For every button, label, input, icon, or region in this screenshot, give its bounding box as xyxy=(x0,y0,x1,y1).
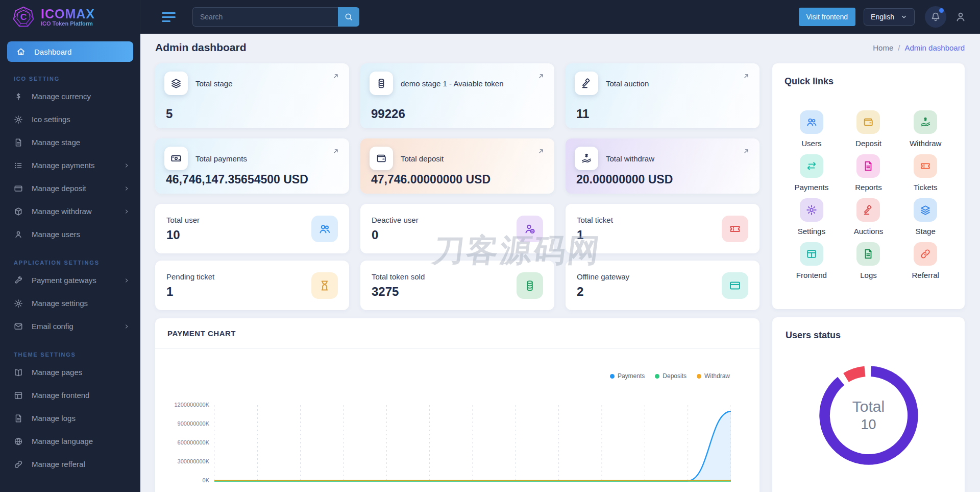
sidebar-item-ico-settings[interactable]: Ico settings xyxy=(0,108,140,131)
quick-link-label: Settings xyxy=(798,227,825,236)
ticket-icon xyxy=(729,223,741,235)
stat-icon-box xyxy=(722,272,748,299)
arrow-up-right-icon[interactable] xyxy=(537,147,545,155)
quick-link-frontend[interactable]: Frontend xyxy=(796,242,827,279)
quick-link-tile xyxy=(856,198,880,222)
quick-links-title: Quick links xyxy=(785,76,952,87)
sidebar-item-label: Manage settings xyxy=(32,299,88,308)
money-bill-icon xyxy=(170,153,182,164)
sidebar-item-label: Manage currency xyxy=(32,92,91,101)
sidebar-item-manage-withdraw[interactable]: Manage withdraw xyxy=(0,200,140,223)
quick-link-users[interactable]: Users xyxy=(800,110,823,148)
chevron-right-icon xyxy=(123,323,130,330)
stat-card-label: Total auction xyxy=(606,79,649,88)
quick-link-label: Tickets xyxy=(914,183,938,192)
link-icon xyxy=(920,248,931,260)
chevron-down-icon xyxy=(900,13,908,20)
sidebar-item-email-config[interactable]: Email config xyxy=(0,315,140,338)
sidebar-item-manage-frontend[interactable]: Manage frontend xyxy=(0,384,140,407)
quick-link-tickets[interactable]: Tickets xyxy=(914,154,938,192)
dollar-icon xyxy=(14,92,23,101)
sidebar-item-manage-users[interactable]: Manage users xyxy=(0,223,140,246)
stat-icon-box xyxy=(517,216,543,242)
credit-card-icon xyxy=(729,279,741,292)
stat-card-total-payments: Total payments 46,746,147.35654500 USD xyxy=(155,138,349,194)
arrow-up-right-icon[interactable] xyxy=(332,72,340,80)
arrow-up-right-icon[interactable] xyxy=(537,72,545,80)
stat-card-total-token-sold: Total token sold 3275 xyxy=(360,261,554,310)
legend-item-deposits[interactable]: Deposits xyxy=(655,372,687,380)
sidebar-item-manage-refferal[interactable]: Manage refferal xyxy=(0,453,140,476)
sidebar-item-dashboard[interactable]: Dashboard xyxy=(7,41,133,62)
sidebar-item-payment-gateways[interactable]: Payment gateways xyxy=(0,269,140,292)
search-input[interactable] xyxy=(192,7,338,27)
stat-icon-box xyxy=(311,216,338,242)
quick-link-label: Payments xyxy=(794,183,828,192)
sidebar-item-label: Payment gateways xyxy=(32,276,96,285)
quick-link-settings[interactable]: Settings xyxy=(798,198,825,236)
arrow-up-right-icon[interactable] xyxy=(742,147,750,155)
search-button[interactable] xyxy=(338,7,359,27)
y-tick: 600000000K xyxy=(178,439,209,446)
sidebar-section-theme-settings: THEME SETTINGS xyxy=(14,352,140,358)
link-icon xyxy=(14,460,23,469)
profile-button[interactable] xyxy=(954,11,967,23)
sidebar-item-manage-settings[interactable]: Manage settings xyxy=(0,292,140,315)
visit-frontend-button[interactable]: Visit frontend xyxy=(799,8,855,26)
sidebar-item-manage-pages[interactable]: Manage pages xyxy=(0,361,140,384)
stat-card-total-user: Total user 10 xyxy=(155,204,349,253)
quick-link-deposit[interactable]: Deposit xyxy=(855,110,881,148)
donut-center-label: Total xyxy=(852,398,885,415)
stat-card-value: 20.00000000 USD xyxy=(576,173,673,186)
book-icon xyxy=(14,368,23,377)
stat-card-value: 99226 xyxy=(371,107,405,121)
sidebar-item-label: Manage logs xyxy=(32,414,76,423)
arrow-up-right-icon[interactable] xyxy=(742,72,750,80)
stat-card-label: Pending ticket xyxy=(166,272,214,281)
file-icon xyxy=(14,138,23,147)
stat-icon-box xyxy=(164,147,188,170)
gear-icon xyxy=(806,204,817,216)
quick-link-label: Logs xyxy=(860,271,877,279)
menu-toggle-button[interactable] xyxy=(162,12,176,22)
sidebar: Dashboard ICO SETTING Manage currency Ic… xyxy=(0,34,140,492)
quick-link-tile xyxy=(914,110,937,134)
brand-tagline: ICO Token Platform xyxy=(41,20,95,27)
user-icon xyxy=(14,230,23,239)
sidebar-item-manage-deposit[interactable]: Manage deposit xyxy=(0,177,140,200)
quick-link-reports[interactable]: Reports xyxy=(855,154,882,192)
sidebar-section-ico-setting: ICO SETTING xyxy=(14,76,140,82)
sidebar-item-manage-payments[interactable]: Manage payments xyxy=(0,154,140,177)
quick-link-withdraw[interactable]: Withdraw xyxy=(910,110,942,148)
sidebar-item-manage-language[interactable]: Manage language xyxy=(0,430,140,453)
layout-icon xyxy=(14,391,23,400)
payment-chart-card: PAYMENT CHART Payments Deposits Withd xyxy=(155,318,760,492)
sidebar-item-manage-logs[interactable]: Manage logs xyxy=(0,407,140,430)
quick-link-logs[interactable]: Logs xyxy=(856,242,880,279)
quick-link-stage[interactable]: Stage xyxy=(914,198,937,236)
users-icon xyxy=(318,223,331,235)
notifications-button[interactable] xyxy=(925,6,946,28)
quick-link-auctions[interactable]: Auctions xyxy=(854,198,884,236)
sidebar-item-label: Manage refferal xyxy=(32,460,85,468)
quick-link-tile xyxy=(914,198,937,222)
chart-plot-area xyxy=(214,405,731,482)
legend-item-payments[interactable]: Payments xyxy=(610,372,645,380)
language-dropdown[interactable]: English xyxy=(864,8,915,26)
stat-card-total-ticket: Total ticket 1 xyxy=(566,204,760,253)
quick-link-label: Stage xyxy=(916,227,936,236)
quick-link-payments[interactable]: Payments xyxy=(794,154,828,192)
quick-link-label: Withdraw xyxy=(910,139,942,148)
quick-link-label: Auctions xyxy=(854,227,884,236)
breadcrumb-home-link[interactable]: Home xyxy=(873,43,893,52)
legend-item-withdraw[interactable]: Withdraw xyxy=(697,372,730,380)
quick-link-label: Users xyxy=(801,139,821,148)
gear-icon xyxy=(14,115,23,124)
brand-logo[interactable]: C ICOMAX ICO Token Platform xyxy=(0,0,140,34)
arrow-up-right-icon[interactable] xyxy=(332,147,340,155)
legend-label: Payments xyxy=(618,372,645,380)
sidebar-item-manage-currency[interactable]: Manage currency xyxy=(0,85,140,108)
quick-link-referral[interactable]: Referral xyxy=(912,242,939,279)
stat-icon-box xyxy=(517,272,543,299)
sidebar-item-manage-stage[interactable]: Manage stage xyxy=(0,131,140,154)
